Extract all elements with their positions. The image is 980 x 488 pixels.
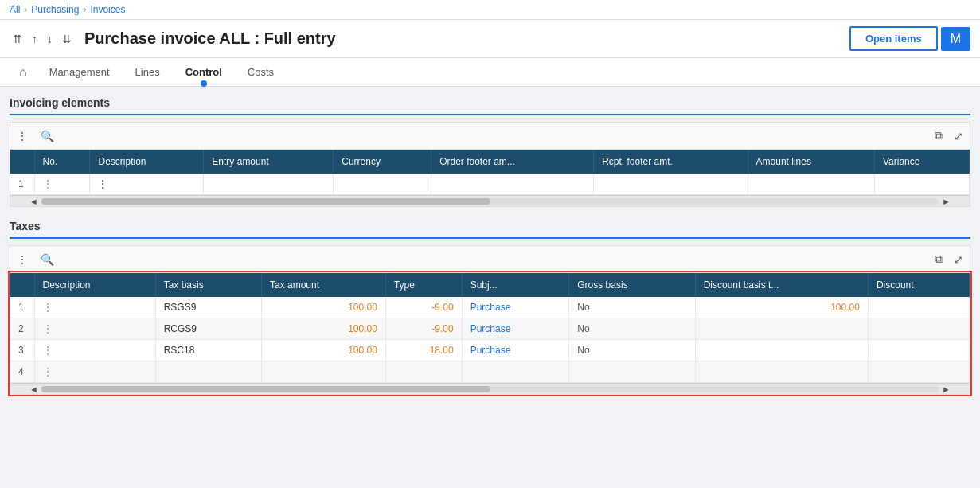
invoicing-row-1-empty1 (204, 174, 334, 195)
taxes-row-4-dots[interactable]: ⋮ (34, 361, 155, 383)
invoicing-col-select (10, 150, 34, 174)
invoicing-col-description: Description (90, 150, 204, 174)
taxes-scrollbar[interactable]: ◄ ► (10, 383, 970, 394)
tab-lines[interactable]: Lines (123, 58, 173, 86)
taxes-row-1-discount-basis (868, 297, 969, 318)
tab-home[interactable]: ⌂ (10, 59, 37, 86)
invoicing-row-1-empty5 (748, 174, 874, 195)
taxes-row-2-subj: No (569, 318, 695, 340)
invoicing-header-row: No. Description Entry amount Currency Or… (10, 150, 970, 174)
taxes-scroll-track[interactable] (41, 386, 939, 392)
invoicing-col-variance: Variance (874, 150, 969, 174)
taxes-scroll-thumb (41, 386, 490, 392)
taxes-row-1-gross-basis: 100.00 (695, 297, 868, 318)
taxes-menu-icon[interactable]: ⋮ (14, 252, 31, 267)
taxes-row-1-dots[interactable]: ⋮ (34, 297, 155, 318)
nav-arrows: ⇈ ↑ ↓ ⇊ (10, 31, 75, 47)
invoicing-section-title: Invoicing elements (10, 96, 970, 115)
taxes-row-2-description: RCGS9 (155, 318, 261, 340)
taxes-scroll-right[interactable]: ► (939, 385, 954, 394)
more-button[interactable]: M (941, 27, 970, 51)
taxes-col-description: Description (34, 273, 155, 297)
main-content: Invoicing elements ⋮ 🔍 ⧉ ⤢ No. Descripti… (0, 87, 980, 479)
taxes-header-row: Description Tax basis Tax amount Type Su… (10, 273, 970, 297)
taxes-col-select (10, 273, 34, 297)
invoicing-scroll-thumb (41, 198, 490, 205)
taxes-row-4-discount-basis (868, 361, 969, 383)
taxes-row-2-discount-basis (868, 318, 969, 340)
invoicing-grid: No. Description Entry amount Currency Or… (10, 149, 970, 207)
taxes-row-2-gross-basis (695, 318, 868, 340)
taxes-row-3-subj: No (569, 340, 695, 361)
invoicing-expand-icon[interactable]: ⤢ (951, 128, 966, 144)
taxes-row-2-type: Purchase (462, 318, 569, 340)
breadcrumb-invoices[interactable]: Invoices (90, 4, 125, 15)
invoicing-search-icon[interactable]: 🔍 (37, 128, 57, 144)
open-items-button[interactable]: Open items (849, 26, 938, 51)
taxes-grid: Description Tax basis Tax amount Type Su… (10, 272, 970, 395)
invoicing-col-no: No. (34, 150, 90, 174)
first-arrow-button[interactable]: ⇈ (10, 31, 25, 47)
taxes-search-icon[interactable]: 🔍 (37, 252, 57, 267)
taxes-row-3-type: Purchase (462, 340, 569, 361)
taxes-col-discount: Discount (868, 273, 969, 297)
taxes-col-subj: Subj... (462, 273, 569, 297)
taxes-scroll-left[interactable]: ◄ (26, 385, 41, 394)
invoicing-row-1-empty3 (431, 174, 594, 195)
taxes-row-3: 3 ⋮ RSC18 100.00 18.00 Purchase No (10, 340, 970, 361)
taxes-table: Description Tax basis Tax amount Type Su… (10, 273, 970, 383)
taxes-row-3-discount-basis (868, 340, 969, 361)
breadcrumb: All › Purchasing › Invoices (0, 0, 980, 20)
taxes-row-1-tax-basis: 100.00 (261, 297, 385, 318)
taxes-layers-icon[interactable]: ⧉ (931, 251, 946, 267)
taxes-col-gross-basis: Gross basis (569, 273, 695, 297)
taxes-row-3-tax-amount: 18.00 (385, 340, 462, 361)
taxes-row-2: 2 ⋮ RCGS9 100.00 -9.00 Purchase No (10, 318, 970, 340)
invoicing-scroll-right[interactable]: ► (939, 197, 954, 206)
invoicing-scroll-track[interactable] (41, 198, 939, 205)
taxes-col-tax-basis: Tax basis (155, 273, 261, 297)
taxes-row-3-gross-basis (695, 340, 868, 361)
taxes-row-3-dots[interactable]: ⋮ (34, 340, 155, 361)
taxes-toolbar: ⋮ 🔍 ⧉ ⤢ (10, 245, 970, 272)
last-arrow-button[interactable]: ⇊ (59, 31, 75, 47)
tab-management[interactable]: Management (37, 58, 123, 86)
page-header: ⇈ ↑ ↓ ⇊ Purchase invoice ALL : Full entr… (0, 20, 980, 58)
taxes-row-4-tax-amount (385, 361, 462, 383)
invoicing-col-entry-amount: Entry amount (204, 150, 334, 174)
up-arrow-button[interactable]: ↑ (29, 31, 41, 47)
invoicing-col-currency: Currency (334, 150, 431, 174)
down-arrow-button[interactable]: ↓ (44, 31, 56, 47)
page-title: Purchase invoice ALL : Full entry (84, 29, 849, 48)
breadcrumb-all[interactable]: All (10, 4, 20, 15)
taxes-expand-icon[interactable]: ⤢ (951, 252, 966, 267)
invoicing-row-1-dots2[interactable]: ⋮ (90, 174, 204, 195)
breadcrumb-purchasing[interactable]: Purchasing (31, 4, 79, 15)
invoicing-scrollbar[interactable]: ◄ ► (10, 195, 970, 206)
taxes-row-4-num: 4 (10, 361, 34, 383)
taxes-row-2-num: 2 (10, 318, 34, 340)
invoicing-layers-icon[interactable]: ⧉ (931, 127, 946, 144)
taxes-row-4-description (155, 361, 261, 383)
invoicing-row-1-dots[interactable]: ⋮ (34, 174, 90, 195)
taxes-row-4-tax-basis (261, 361, 385, 383)
taxes-col-type: Type (385, 273, 462, 297)
taxes-row-1-tax-amount: -9.00 (385, 297, 462, 318)
taxes-row-4-subj (569, 361, 695, 383)
taxes-row-2-dots[interactable]: ⋮ (34, 318, 155, 340)
invoicing-menu-icon[interactable]: ⋮ (14, 128, 31, 144)
invoicing-toolbar: ⋮ 🔍 ⧉ ⤢ (10, 122, 970, 149)
taxes-row-4: 4 ⋮ (10, 361, 970, 383)
taxes-row-1: 1 ⋮ RSGS9 100.00 -9.00 Purchase No 100.0… (10, 297, 970, 318)
taxes-row-1-num: 1 (10, 297, 34, 318)
taxes-col-tax-amount: Tax amount (261, 273, 385, 297)
taxes-row-4-type (462, 361, 569, 383)
taxes-row-3-tax-basis: 100.00 (261, 340, 385, 361)
taxes-row-1-type: Purchase (462, 297, 569, 318)
invoicing-row-1-empty4 (594, 174, 748, 195)
taxes-section-title: Taxes (10, 220, 970, 239)
tab-control[interactable]: Control (173, 58, 235, 86)
taxes-row-1-description: RSGS9 (155, 297, 261, 318)
tab-costs[interactable]: Costs (235, 58, 287, 86)
invoicing-scroll-left[interactable]: ◄ (26, 197, 41, 206)
